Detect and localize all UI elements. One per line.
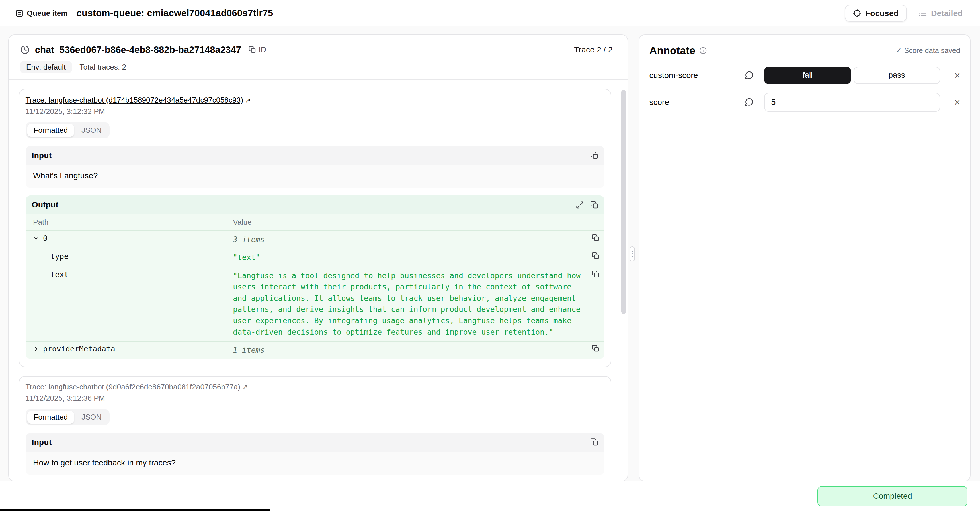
annotate-title: Annotate (649, 45, 695, 57)
tab-formatted[interactable]: Formatted (27, 124, 74, 137)
topbar: Queue item custom-queue: cmiacwel70041ad… (0, 0, 980, 26)
score-row-custom-score: custom-score fail pass × (639, 67, 970, 84)
expand-output-button[interactable] (576, 201, 584, 209)
trace-link[interactable]: Trace: langfuse-chatbot (9d0a6f2e6de8670… (25, 382, 240, 392)
copy-row-button[interactable] (592, 252, 599, 259)
panel-resize-handle[interactable] (630, 247, 635, 261)
expand-icon (576, 201, 584, 209)
annotation-queue-app: Queue item custom-queue: cmiacwel70041ad… (0, 0, 980, 511)
chevron-right-icon[interactable] (33, 346, 39, 352)
vertical-scrollbar[interactable] (621, 90, 625, 314)
categorical-score-options: fail pass (764, 67, 940, 84)
queue-icon (15, 9, 24, 18)
tab-json[interactable]: JSON (75, 411, 108, 423)
copy-output-button[interactable] (590, 201, 598, 209)
input-label: Input (32, 438, 52, 447)
remove-score-button[interactable]: × (955, 70, 960, 80)
queue-item-chip: Queue item (15, 9, 68, 18)
output-header-icons (576, 201, 598, 209)
tab-json[interactable]: JSON (75, 124, 108, 137)
format-tab-group: Formatted JSON (25, 409, 110, 425)
json-row[interactable]: providerMetadata 1 items (25, 342, 605, 359)
trace-card: Trace: langfuse-chatbot (d174b1589072e43… (19, 89, 611, 367)
external-link-icon: ↗ (245, 96, 251, 104)
traces-scroll-area: Trace: langfuse-chatbot (d174b1589072e43… (9, 80, 628, 481)
input-header: Input (25, 146, 605, 165)
chevron-down-icon[interactable] (33, 235, 39, 242)
annotate-panel: Annotate ✓ Score data saved custom-score (639, 35, 970, 482)
focused-toggle-label: Focused (865, 8, 899, 18)
detailed-toggle-button[interactable]: Detailed (910, 5, 970, 22)
score-label: score (649, 97, 741, 107)
json-table-header: Path Value (25, 214, 605, 231)
total-traces-label: Total traces: 2 (80, 63, 126, 72)
trace-link-row: Trace: langfuse-chatbot (d174b1589072e43… (25, 96, 605, 105)
clock-icon (20, 45, 30, 55)
json-path: type (50, 252, 68, 261)
save-status-label: Score data saved (904, 46, 960, 55)
comment-button[interactable] (744, 71, 760, 80)
bottom-strip (0, 509, 270, 511)
comment-bubble-icon (744, 97, 754, 107)
json-path: text (50, 270, 68, 279)
detailed-view-icon (918, 9, 928, 18)
copy-icon (248, 46, 256, 53)
copy-row-button[interactable] (592, 234, 599, 242)
copy-icon (592, 345, 599, 352)
trace-timestamp: 11/12/2025, 3:12:32 PM (25, 107, 605, 116)
input-text: How to get user feedback in my traces? (25, 452, 605, 475)
json-value: "text" (233, 252, 597, 263)
score-option-fail[interactable]: fail (764, 67, 851, 84)
env-badge: Env: default (20, 60, 72, 73)
output-header: Output (25, 196, 605, 214)
copy-icon (590, 438, 598, 446)
copy-input-button[interactable] (590, 151, 598, 159)
json-path: 0 (43, 234, 48, 243)
crosshair-icon (853, 9, 862, 18)
trace-panel-header: chat_536ed067-b86e-4eb8-882b-ba27148a234… (9, 35, 628, 59)
footer: Completed (0, 481, 980, 511)
remove-score-button[interactable]: × (955, 97, 960, 107)
page-title: custom-queue: cmiacwel70041ad060s7tlr75 (76, 8, 273, 19)
check-icon: ✓ (896, 46, 902, 55)
comment-button[interactable] (744, 97, 760, 107)
annotate-header: Annotate ✓ Score data saved (639, 35, 970, 67)
input-block: Input What's Langfuse? (25, 146, 605, 188)
output-json-table: Path Value 0 3 items (25, 214, 605, 359)
score-value-input[interactable] (764, 93, 940, 111)
input-block: Input How to get user feedback in my tra… (25, 433, 605, 475)
copy-icon (592, 252, 599, 259)
value-column-header: Value (233, 218, 251, 227)
copy-icon (592, 234, 599, 242)
trace-timestamp: 11/12/2025, 3:12:36 PM (25, 394, 605, 403)
session-title: chat_536ed067-b86e-4eb8-882b-ba27148a234… (35, 45, 241, 55)
copy-input-button[interactable] (590, 438, 598, 446)
input-label: Input (32, 151, 52, 160)
comment-bubble-icon (744, 71, 754, 80)
badges-row: Env: default Total traces: 2 (9, 59, 628, 80)
copy-icon (592, 270, 599, 278)
workspace: chat_536ed067-b86e-4eb8-882b-ba27148a234… (0, 26, 980, 481)
score-label: custom-score (649, 71, 741, 80)
completed-button[interactable]: Completed (818, 486, 967, 506)
score-option-pass[interactable]: pass (854, 67, 940, 84)
copy-row-button[interactable] (592, 270, 599, 278)
focused-toggle-button[interactable]: Focused (845, 5, 907, 22)
score-row-score: score × (639, 93, 970, 111)
trace-card: Trace: langfuse-chatbot (9d0a6f2e6de8670… (19, 376, 611, 481)
json-row[interactable]: 0 3 items (25, 231, 605, 249)
json-value: "Langfuse is a tool designed to help bus… (233, 270, 597, 338)
trace-link[interactable]: Trace: langfuse-chatbot (d174b1589072e43… (25, 96, 243, 105)
trace-panel: chat_536ed067-b86e-4eb8-882b-ba27148a234… (8, 35, 628, 482)
external-link-icon: ↗ (242, 383, 248, 391)
input-text: What's Langfuse? (25, 165, 605, 188)
copy-id-chip[interactable]: ID (248, 45, 266, 54)
info-icon[interactable] (699, 46, 707, 55)
output-label: Output (32, 200, 58, 209)
copy-row-button[interactable] (592, 345, 599, 352)
input-header: Input (25, 433, 605, 452)
json-row[interactable]: type "text" (25, 249, 605, 267)
json-row[interactable]: text "Langfuse is a tool designed to hel… (25, 267, 605, 342)
json-value: 1 items (233, 345, 597, 356)
tab-formatted[interactable]: Formatted (27, 411, 74, 423)
